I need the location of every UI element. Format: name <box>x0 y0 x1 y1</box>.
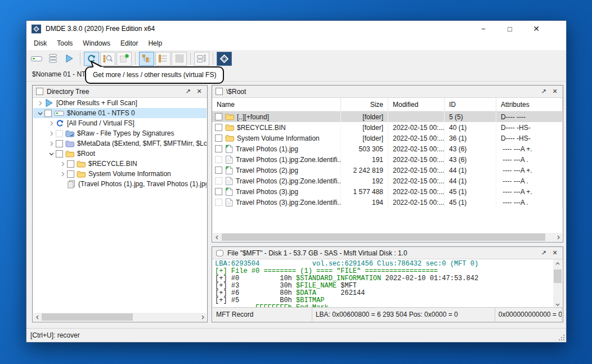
menu-disk[interactable]: Disk <box>29 38 52 49</box>
checkbox[interactable] <box>67 170 74 178</box>
file-horizontal-scrollbar[interactable] <box>213 233 562 241</box>
minimize-button[interactable]: − <box>475 21 492 37</box>
checkbox[interactable] <box>215 188 222 195</box>
expander-icon[interactable] <box>58 169 67 178</box>
play-icon <box>65 54 74 63</box>
close-button[interactable]: ✕ <box>528 21 545 37</box>
checkbox[interactable] <box>215 156 222 163</box>
panel-checkbox[interactable] <box>36 88 43 95</box>
tree-item[interactable]: System Volume Information <box>33 169 207 179</box>
scrollbar-thumb[interactable] <box>222 233 545 241</box>
scroll-right-button[interactable] <box>198 313 207 321</box>
file-row[interactable]: Travel Photos (3).jpg1 577 4882022-02-15… <box>212 186 563 197</box>
tree-item[interactable]: $Root <box>33 149 207 159</box>
open-volume-button[interactable] <box>61 52 77 66</box>
file-row[interactable]: $RECYCLE.BIN[folder]2022-02-15 00:...40 … <box>212 122 563 133</box>
checkbox[interactable] <box>215 167 222 174</box>
file-name: Travel Photos (3).jpg:Zone.Identifi... <box>236 199 341 206</box>
menu-help[interactable]: Help <box>143 38 167 49</box>
menu-tools[interactable]: Tools <box>52 38 78 49</box>
tree-item[interactable]: $RECYCLE.BIN <box>33 159 207 169</box>
checkbox[interactable] <box>56 150 63 158</box>
scrollbar-thumb[interactable] <box>42 313 133 321</box>
file-row[interactable]: Travel Photos (1).jpg503 3052022-02-15 0… <box>212 143 563 154</box>
file-icon <box>225 177 233 185</box>
file-list-button[interactable] <box>155 52 171 66</box>
file-name: [..][+found] <box>237 113 269 121</box>
column-header-name[interactable]: Name <box>212 98 341 111</box>
expander-icon[interactable] <box>58 159 67 168</box>
tree-item[interactable]: [All Found / Virtual FS] <box>33 118 207 128</box>
file-row[interactable]: [..][+found][folder]5 (5)D---- ---- <box>212 111 563 122</box>
checkbox[interactable] <box>215 199 222 206</box>
refresh-blue-icon <box>56 119 64 128</box>
volume-tab-label[interactable]: $Noname 01 - NT <box>32 70 86 78</box>
preview-button[interactable] <box>172 52 187 66</box>
panel-maximize-button[interactable]: ↗ <box>539 249 548 258</box>
scroll-up-button[interactable] <box>553 259 562 268</box>
panel-close-button[interactable]: ✕ <box>550 249 559 258</box>
toolbar-separator <box>135 52 136 65</box>
file-list-header: \$Root ↗ ✕ <box>212 86 563 98</box>
panel-close-button[interactable]: ✕ <box>550 87 559 96</box>
mft-record-view: LBA:6293504 vol.sec:6291456 Clus:786432 … <box>213 259 553 309</box>
editor-vertical-scrollbar[interactable] <box>553 259 562 308</box>
editor-panel: File "$MFT" - Disk 1 - 53.7 GB - SAS - M… <box>212 246 563 322</box>
checkbox[interactable] <box>215 134 222 142</box>
select-disk-button[interactable] <box>29 52 44 66</box>
column-header-attributes[interactable]: Attributes <box>496 98 563 111</box>
tree-item[interactable]: (Travel Photos (1).jpg, Travel Photos (1… <box>33 179 207 189</box>
full-scan-button[interactable] <box>116 52 132 66</box>
checkbox[interactable] <box>215 124 222 131</box>
scroll-right-button[interactable] <box>554 233 562 241</box>
file-row[interactable]: System Volume Information[folder]2022-02… <box>212 133 563 143</box>
column-header-modified[interactable]: Modified <box>388 98 445 111</box>
dmde-logo-button[interactable] <box>217 52 232 66</box>
tree-item[interactable]: $Raw - File Types by Signatures <box>33 128 207 138</box>
checkbox[interactable] <box>56 140 63 147</box>
file-row[interactable]: Travel Photos (1).jpg:Zone.Identifi...19… <box>212 154 563 165</box>
tree-item[interactable]: $Noname 01 - NTFS 0 <box>33 108 207 118</box>
scroll-left-button[interactable] <box>213 233 221 241</box>
partitions-button[interactable] <box>45 52 60 66</box>
expander-icon[interactable] <box>35 98 44 107</box>
tooltip-text: Get more / less / other results (virtual… <box>93 71 216 79</box>
panels-layout-button[interactable] <box>194 52 209 66</box>
directory-tree-button[interactable] <box>139 52 154 66</box>
panel-checkbox[interactable] <box>216 88 223 95</box>
checkbox[interactable] <box>56 130 63 137</box>
checkbox[interactable] <box>67 160 74 168</box>
partitions-icon <box>48 53 58 64</box>
file-row[interactable]: Travel Photos (2).jpg:Zone.Identifi...19… <box>212 176 563 186</box>
expander-icon[interactable] <box>47 149 56 158</box>
file-row[interactable]: Travel Photos (2).jpg2 242 8192022-02-15… <box>212 165 563 176</box>
expander-icon[interactable] <box>47 139 56 148</box>
menu-editor[interactable]: Editor <box>115 38 143 49</box>
checkbox[interactable] <box>215 113 222 120</box>
expander-icon[interactable] <box>35 109 44 118</box>
panel-maximize-button[interactable]: ↗ <box>183 87 192 96</box>
checkbox[interactable] <box>44 110 52 117</box>
title-bar[interactable]: DMDE 3.8.0 (2020) Free Edition x64 − □ ✕ <box>26 21 566 37</box>
scrollbar-thumb[interactable] <box>554 269 562 283</box>
menu-windows[interactable]: Windows <box>78 38 115 49</box>
checkbox[interactable] <box>215 177 222 185</box>
resize-grip-icon[interactable] <box>558 334 565 341</box>
file-row[interactable]: Travel Photos (3).jpg:Zone.Identifi...19… <box>212 197 563 208</box>
checkbox[interactable] <box>215 145 222 152</box>
tree-horizontal-scrollbar[interactable] <box>33 313 207 321</box>
panel-close-button[interactable]: ✕ <box>195 87 204 96</box>
column-header-id[interactable]: ID <box>445 98 496 111</box>
folder-icon <box>77 160 86 168</box>
panel-maximize-button[interactable]: ↗ <box>539 87 548 96</box>
column-header-size[interactable]: Size <box>341 98 388 111</box>
size-cell: [folder] <box>341 122 388 133</box>
maximize-button[interactable]: □ <box>501 21 518 37</box>
id-cell: 45 (1) <box>445 186 496 197</box>
folder-meta-icon <box>65 140 74 147</box>
tree-item[interactable]: [Other Results + Full Scan] <box>33 98 207 108</box>
expander-icon[interactable] <box>47 119 56 128</box>
scroll-left-button[interactable] <box>33 313 42 321</box>
expander-icon[interactable] <box>47 129 56 138</box>
tree-item[interactable]: $MetaData ($Extend, $MFT, $MFTMirr, $Log… <box>33 138 207 149</box>
